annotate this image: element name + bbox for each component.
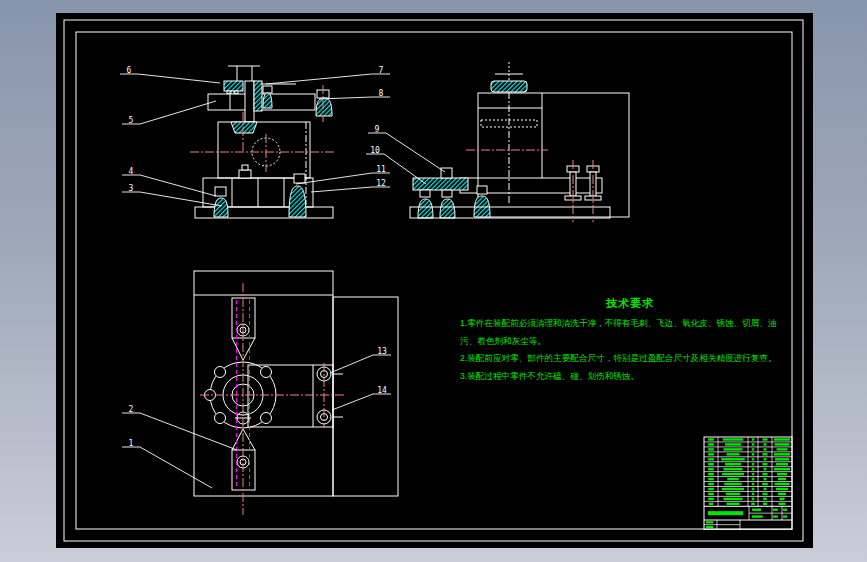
parts-row-4-cell-2: [722, 488, 744, 490]
parts-row-8-cell-2: [724, 468, 743, 470]
parts-row-5-cell-4: [762, 483, 768, 485]
parts-row-6-cell-5: [778, 478, 786, 480]
parts-row-2-cell-4: [763, 498, 767, 500]
parts-row-7-cell-1: [708, 473, 714, 475]
parts-row-3-cell-2: [726, 493, 741, 495]
parts-row-14-cell-1: [708, 438, 714, 440]
parts-row-9-cell-2: [725, 463, 741, 465]
parts-row-2-cell-3: [752, 498, 755, 500]
callout-label-2: 2: [129, 405, 134, 414]
callout-label-13: 13: [377, 347, 387, 356]
callout-label-1: 1: [129, 439, 134, 448]
parts-row-5-cell-5: [775, 483, 790, 485]
parts-row-13-cell-3: [752, 443, 755, 445]
parts-row-2-cell-1: [708, 498, 714, 500]
callout-label-11: 11: [376, 165, 386, 174]
parts-row-9-cell-3: [752, 463, 755, 465]
parts-row-1-cell-3: [751, 503, 755, 505]
parts-row-1-cell-1: [709, 503, 713, 505]
cad-preview-stage: 1234567891011121314 技术要求 1.零件在装配前必须清理和清洗…: [0, 0, 867, 562]
parts-row-12-cell-5: [777, 448, 788, 450]
parts-row-7-cell-2: [722, 473, 744, 475]
title-right-cell-4: [783, 515, 787, 517]
left-clamp-plate: [413, 178, 468, 190]
parts-row-3-cell-1: [708, 493, 714, 495]
parts-row-6-cell-4: [764, 478, 767, 480]
parts-row-12-cell-4: [764, 448, 767, 450]
parts-row-7-cell-3: [752, 473, 755, 475]
parts-row-11-cell-1: [708, 453, 714, 455]
parts-row-7-cell-4: [763, 473, 768, 475]
footer-cell-1: [706, 521, 713, 523]
parts-row-5-cell-3: [752, 483, 755, 485]
parts-row-6-cell-2: [727, 478, 739, 480]
title-right-cell-3: [773, 515, 778, 517]
parts-row-8-cell-5: [774, 468, 790, 470]
parts-row-6-cell-1: [708, 478, 714, 480]
parts-row-1-cell-2: [727, 503, 740, 505]
v-notch: [231, 122, 257, 133]
parts-row-12-cell-1: [708, 448, 714, 450]
clamp-stud: [245, 81, 254, 122]
knurled-knob: [491, 81, 527, 92]
tech-req-line-2: 2.装配前应对零、部件的主要配合尺寸，特别是过盈配合尺寸及相关精度进行复查。: [460, 350, 790, 368]
drawing-sheet: [56, 13, 813, 548]
parts-row-10-cell-4: [764, 458, 767, 460]
parts-row-3-cell-3: [752, 493, 755, 495]
parts-row-14-cell-3: [752, 438, 755, 440]
parts-row-14-cell-2: [723, 438, 744, 440]
parts-row-10-cell-5: [775, 458, 789, 460]
parts-row-3-cell-5: [778, 493, 786, 495]
parts-row-2-cell-2: [724, 498, 743, 500]
parts-row-11-cell-4: [763, 453, 768, 455]
parts-row-2-cell-5: [780, 498, 785, 500]
parts-row-13-cell-2: [725, 443, 741, 445]
tech-req-title: 技术要求: [558, 296, 702, 311]
parts-row-4-cell-1: [708, 488, 714, 490]
parts-row-9-cell-1: [708, 463, 714, 465]
parts-row-12-cell-2: [724, 448, 743, 450]
title-right-cell-2: [783, 509, 787, 511]
parts-row-11-cell-5: [774, 453, 790, 455]
parts-row-1-cell-4: [763, 503, 767, 505]
tech-req-lines: 1.零件在装配前必须清理和清洗干净，不得有毛刺、飞边、氧化皮、锈蚀、切屑、油 污…: [460, 315, 790, 385]
callout-label-8: 8: [379, 89, 384, 98]
tech-req-line-3: 3.装配过程中零件不允许磕、碰、划伤和锈蚀。: [460, 368, 790, 386]
footer-cell-2: [706, 526, 713, 528]
parts-row-10-cell-1: [708, 458, 714, 460]
parts-row-14-cell-5: [774, 438, 790, 440]
parts-row-4-cell-4: [764, 488, 767, 490]
parts-row-11-cell-3: [752, 453, 755, 455]
title-mid-cell-2: [752, 515, 763, 517]
parts-row-5-cell-1: [708, 483, 714, 485]
callout-label-5: 5: [129, 116, 134, 125]
title-right-cell-1: [773, 509, 778, 511]
parts-row-5-cell-2: [724, 483, 742, 485]
parts-row-7-cell-5: [777, 473, 787, 475]
parts-row-6-cell-3: [752, 478, 755, 480]
parts-row-8-cell-1: [708, 468, 714, 470]
clamp-block: [224, 81, 243, 91]
parts-row-8-cell-3: [752, 468, 755, 470]
parts-row-1-cell-5: [779, 503, 786, 505]
callout-label-10: 10: [370, 146, 380, 155]
callout-label-7: 7: [379, 66, 384, 75]
parts-row-13-cell-5: [775, 443, 790, 445]
parts-row-13-cell-1: [708, 443, 714, 445]
parts-row-10-cell-3: [752, 458, 755, 460]
callout-label-9: 9: [375, 125, 380, 134]
parts-row-13-cell-4: [764, 443, 767, 445]
parts-row-9-cell-4: [763, 463, 768, 465]
title-mid-cell-1: [752, 509, 761, 511]
parts-row-4-cell-5: [776, 488, 788, 490]
drawing-title-text: [708, 511, 743, 515]
parts-row-12-cell-3: [752, 448, 755, 450]
parts-row-11-cell-2: [727, 453, 740, 455]
callout-label-14: 14: [377, 386, 387, 395]
callout-label-12: 12: [376, 179, 386, 188]
callout-label-3: 3: [129, 184, 134, 193]
tech-req-line-1: 1.零件在装配前必须清理和清洗干净，不得有毛刺、飞边、氧化皮、锈蚀、切屑、油: [460, 315, 790, 333]
cad-drawing-canvas: 1234567891011121314: [0, 0, 867, 562]
parts-row-14-cell-4: [763, 438, 768, 440]
callout-label-4: 4: [129, 167, 134, 176]
